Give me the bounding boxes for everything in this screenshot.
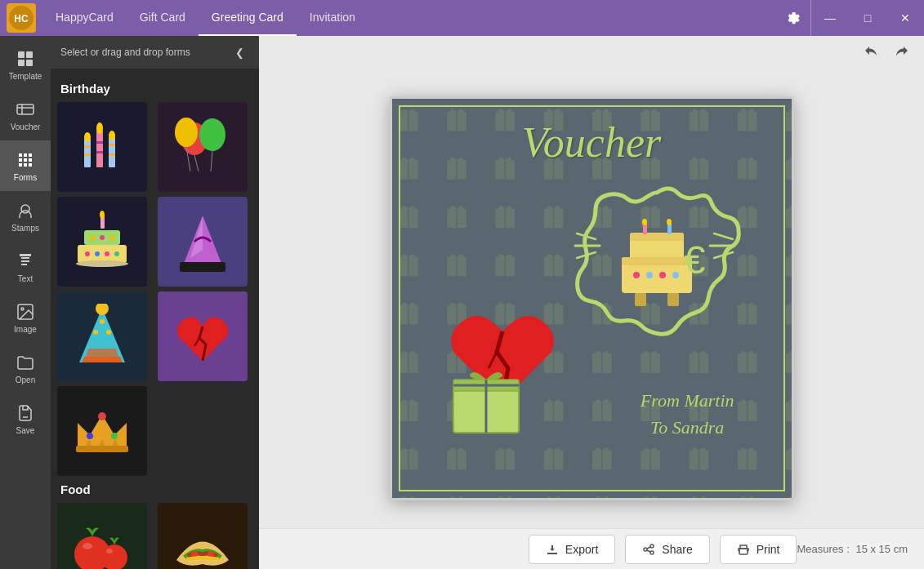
sidebar-item-forms[interactable]: Forms: [0, 140, 51, 191]
forms-content: Birthday: [51, 69, 259, 569]
undo-button[interactable]: [859, 39, 885, 65]
svg-marker-47: [82, 357, 123, 362]
svg-rect-5: [26, 60, 33, 66]
svg-rect-54: [76, 446, 128, 452]
svg-line-92: [647, 547, 650, 549]
category-food-title: Food: [60, 482, 249, 496]
export-button[interactable]: Export: [529, 535, 615, 564]
icon-sidebar: Template Voucher Forms Stamps Text Image: [0, 36, 51, 569]
forms-panel: Select or drag and drop forms ❮ Birthday: [51, 36, 259, 569]
svg-point-24: [175, 118, 198, 147]
titlebar-right: — □ ✕: [774, 0, 924, 36]
sidebar-item-image[interactable]: Image: [0, 292, 51, 343]
svg-point-51: [98, 412, 106, 420]
measures-display: Measures : 15 x 15 cm: [797, 543, 908, 555]
svg-rect-2: [18, 51, 25, 58]
canvas-container: Voucher: [259, 69, 924, 528]
form-item-hat-purple[interactable]: [158, 197, 248, 287]
sidebar-item-stamps[interactable]: Stamps: [0, 191, 51, 242]
svg-rect-6: [17, 104, 33, 114]
svg-rect-17: [84, 153, 91, 156]
svg-rect-3: [26, 51, 33, 58]
svg-rect-94: [739, 549, 748, 554]
svg-point-57: [83, 543, 92, 549]
sidebar-item-template[interactable]: Template: [0, 39, 51, 90]
category-birthday-title: Birthday: [60, 82, 249, 96]
card-title: Voucher: [392, 118, 792, 167]
svg-point-49: [106, 330, 111, 335]
canvas-area: Voucher: [259, 36, 924, 569]
svg-point-33: [109, 235, 114, 240]
sidebar-item-save[interactable]: Save: [0, 393, 51, 444]
svg-point-91: [650, 551, 654, 554]
svg-point-9: [21, 308, 24, 310]
forms-collapse-button[interactable]: ❮: [230, 42, 249, 62]
sidebar-item-voucher[interactable]: Voucher: [0, 90, 51, 140]
svg-line-81: [577, 252, 596, 258]
svg-rect-10: [84, 139, 91, 167]
svg-line-83: [714, 233, 733, 239]
print-button[interactable]: Print: [720, 535, 797, 564]
svg-rect-11: [96, 131, 103, 167]
svg-line-80: [577, 233, 596, 239]
svg-text:HC: HC: [14, 13, 29, 24]
svg-line-84: [714, 252, 733, 258]
food-forms-grid: [57, 503, 252, 569]
form-item-broken-heart[interactable]: [158, 291, 248, 381]
svg-rect-19: [96, 151, 103, 153]
share-button[interactable]: Share: [625, 535, 709, 564]
svg-point-48: [93, 330, 98, 335]
svg-point-31: [90, 235, 95, 240]
svg-point-32: [100, 235, 105, 240]
sparkle-lines: [559, 180, 755, 344]
svg-rect-4: [18, 60, 25, 66]
minimize-button[interactable]: —: [811, 0, 849, 36]
svg-point-29: [100, 211, 105, 219]
form-item-balloons[interactable]: [158, 102, 248, 192]
svg-rect-42: [180, 262, 225, 272]
sidebar-item-text[interactable]: Text: [0, 242, 51, 292]
svg-rect-16: [84, 145, 91, 148]
svg-marker-46: [86, 349, 118, 357]
svg-rect-12: [109, 137, 115, 167]
tab-giftcard[interactable]: Gift Card: [127, 0, 199, 36]
svg-point-38: [114, 251, 119, 256]
svg-point-35: [85, 251, 90, 256]
settings-button[interactable]: [774, 0, 810, 36]
form-item-hat-blue[interactable]: [57, 291, 147, 381]
form-item-tomatoes[interactable]: [57, 503, 147, 569]
birthday-forms-grid: [57, 102, 252, 476]
svg-point-13: [84, 132, 91, 142]
bottom-actions: Export Share Print: [529, 535, 797, 564]
close-button[interactable]: ✕: [886, 0, 924, 36]
svg-point-90: [644, 548, 647, 551]
svg-point-89: [650, 545, 654, 548]
titlebar-left: HC HappyCard Gift Card Greeting Card Inv…: [7, 0, 368, 36]
redo-button[interactable]: [888, 39, 914, 65]
sidebar-item-open[interactable]: Open: [0, 343, 51, 393]
svg-line-26: [211, 151, 212, 171]
svg-point-36: [95, 251, 100, 256]
svg-point-37: [105, 251, 109, 256]
svg-point-15: [109, 131, 115, 140]
form-item-candles[interactable]: [57, 102, 147, 192]
tab-greetingcard[interactable]: Greeting Card: [199, 0, 297, 36]
from-to-text: From Martin To Sandra: [641, 387, 734, 441]
svg-line-25: [194, 155, 199, 171]
svg-rect-20: [109, 144, 115, 146]
main-area: Template Voucher Forms Stamps Text Image: [0, 36, 924, 569]
present-box: [445, 355, 527, 437]
maximize-button[interactable]: □: [849, 0, 886, 36]
svg-point-14: [96, 122, 103, 134]
tab-happycard[interactable]: HappyCard: [42, 0, 127, 36]
form-item-crown[interactable]: [57, 386, 147, 476]
forms-panel-header: Select or drag and drop forms ❮: [51, 36, 259, 69]
svg-point-50: [100, 319, 105, 324]
card-canvas[interactable]: Voucher: [390, 96, 794, 500]
svg-point-58: [106, 549, 113, 553]
tab-invitation[interactable]: Invitation: [297, 0, 368, 36]
form-item-taco[interactable]: [158, 503, 248, 569]
nav-tabs: HappyCard Gift Card Greeting Card Invita…: [42, 0, 368, 36]
form-item-cake[interactable]: [57, 197, 147, 287]
export-icon: [546, 543, 559, 556]
